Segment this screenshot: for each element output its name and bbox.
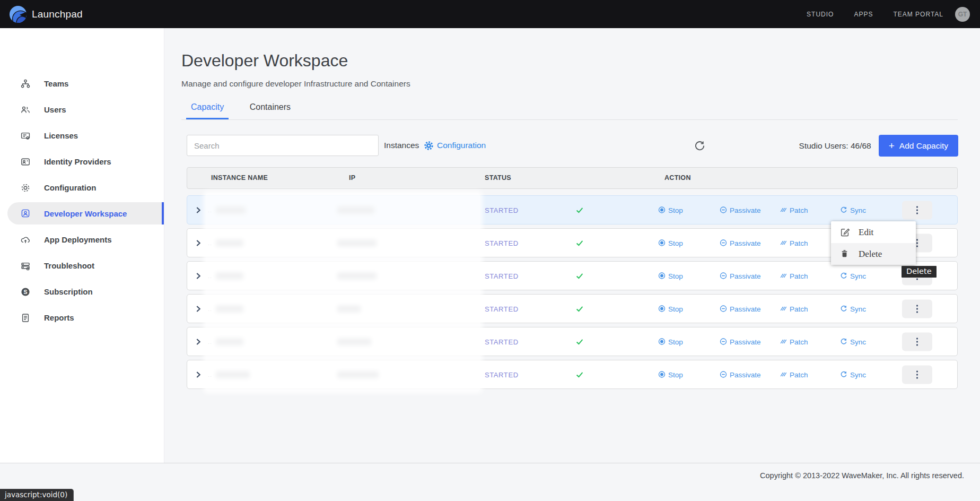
status-text: STARTED [485, 338, 519, 345]
row-menu-button[interactable] [902, 365, 932, 384]
row-menu-button[interactable] [902, 332, 932, 351]
page-title: Developer Workspace [181, 51, 348, 71]
table-row[interactable]: .. STARTED Stop Passivate Patch Sync [187, 195, 958, 224]
stop-action[interactable]: Stop [658, 370, 683, 378]
search-input[interactable] [187, 135, 379, 156]
passivate-action[interactable]: Passivate [720, 239, 761, 247]
table-row[interactable]: .. STARTED Stop Passivate Patch Sync [187, 261, 958, 290]
action-label: Patch [790, 338, 808, 345]
wavemaker-logo-icon [9, 5, 27, 23]
stop-action[interactable]: Stop [658, 305, 683, 313]
sidebar-item-developer-workspace[interactable]: Developer Workspace [7, 202, 164, 224]
brand[interactable]: Launchpad [9, 5, 83, 23]
redacted-instance-name [216, 371, 250, 378]
success-check-icon [575, 337, 584, 347]
nav-team-portal[interactable]: TEAM PORTAL [893, 11, 943, 18]
tab-capacity[interactable]: Capacity [186, 102, 229, 119]
patch-action[interactable]: Patch [780, 272, 808, 280]
table-row[interactable]: .. STARTED Stop Passivate Patch Sync [187, 360, 958, 389]
patch-action[interactable]: Patch [780, 305, 808, 313]
stop-action[interactable]: Stop [658, 272, 683, 280]
action-label: Passivate [730, 206, 761, 214]
action-label: Passivate [730, 370, 761, 378]
truncated-text: .. [208, 306, 212, 312]
sidebar-item-configuration[interactable]: Configuration [0, 175, 164, 201]
redacted-ip [337, 305, 361, 312]
status-text: STARTED [485, 239, 519, 247]
chevron-right-icon[interactable] [194, 370, 203, 379]
sidebar-item-reports[interactable]: Reports [0, 305, 164, 331]
status-text: STARTED [485, 305, 519, 313]
action-label: Stop [668, 338, 683, 345]
action-label: Sync [850, 272, 866, 280]
nav-studio[interactable]: STUDIO [807, 11, 834, 18]
patch-action[interactable]: Patch [780, 239, 808, 247]
sidebar-item-troubleshoot[interactable]: Troubleshoot [0, 253, 164, 279]
success-check-icon [575, 271, 584, 281]
table-row[interactable]: .. STARTED Stop Passivate Patch Sync [187, 327, 958, 356]
avatar[interactable]: GT [955, 7, 970, 22]
page-subtitle: Manage and configure developer Infrastru… [181, 79, 410, 89]
active-indicator [162, 202, 164, 224]
sync-action[interactable]: Sync [840, 272, 866, 280]
patch-action[interactable]: Patch [780, 338, 808, 345]
sidebar-item-users[interactable]: Users [0, 97, 164, 123]
troubleshoot-icon [20, 261, 31, 271]
stop-action[interactable]: Stop [658, 239, 683, 247]
action-label: Stop [668, 370, 683, 378]
sidebar-item-identity-providers[interactable]: Identity Providers [0, 149, 164, 175]
configuration-link[interactable]: Configuration [424, 135, 486, 156]
passivate-action[interactable]: Passivate [720, 305, 761, 313]
add-capacity-label: Add Capacity [899, 141, 948, 151]
stop-action[interactable]: Stop [658, 206, 683, 214]
sync-action[interactable]: Sync [840, 206, 866, 214]
passivate-action[interactable]: Passivate [720, 206, 761, 214]
licenses-icon [20, 131, 31, 141]
sidebar-item-label: Licenses [44, 131, 78, 140]
action-label: Passivate [730, 338, 761, 345]
action-label: Stop [668, 239, 683, 247]
nav-apps[interactable]: APPS [854, 11, 873, 18]
passivate-action[interactable]: Passivate [720, 338, 761, 345]
stop-action[interactable]: Stop [658, 338, 683, 345]
sidebar-item-teams[interactable]: Teams [0, 71, 164, 97]
refresh-icon[interactable] [693, 139, 706, 152]
sidebar-item-label: Reports [44, 313, 74, 322]
toolbar-right: Studio Users: 46/68 + Add Capacity [799, 135, 958, 157]
menu-item-delete[interactable]: Delete [831, 243, 916, 265]
redacted-instance-name [216, 206, 246, 213]
chevron-right-icon[interactable] [194, 304, 203, 314]
sidebar-item-licenses[interactable]: Licenses [0, 123, 164, 149]
menu-item-edit[interactable]: Edit [831, 221, 916, 243]
passivate-action[interactable]: Passivate [720, 370, 761, 378]
action-label: Patch [790, 272, 808, 280]
action-label: Sync [850, 370, 866, 378]
patch-action[interactable]: Patch [780, 206, 808, 214]
sidebar-item-app-deployments[interactable]: App Deployments [0, 227, 164, 253]
passivate-action[interactable]: Passivate [720, 272, 761, 280]
copyright-text: Copyright © 2013-2022 WaveMaker, Inc. Al… [0, 463, 980, 480]
redacted-instance-name [216, 305, 243, 312]
chevron-right-icon[interactable] [194, 337, 203, 347]
sync-action[interactable]: Sync [840, 338, 866, 345]
chevron-right-icon[interactable] [194, 271, 203, 281]
edit-pencil-icon [840, 227, 850, 237]
action-label: Stop [668, 305, 683, 313]
sidebar-item-label: Identity Providers [44, 157, 111, 166]
success-check-icon [575, 304, 584, 314]
tab-containers[interactable]: Containers [245, 102, 295, 118]
patch-action[interactable]: Patch [780, 370, 808, 378]
sidebar: Teams Users Licenses Identity Pr [0, 28, 164, 463]
chevron-right-icon[interactable] [194, 205, 203, 215]
sidebar-item-subscription[interactable]: S Subscription [0, 279, 164, 305]
sync-action[interactable]: Sync [840, 370, 866, 378]
sync-action[interactable]: Sync [840, 305, 866, 313]
action-label: Patch [790, 206, 808, 214]
table-row[interactable]: .. STARTED Stop Passivate Patch Sync [187, 294, 958, 323]
configuration-link-label: Configuration [437, 141, 486, 150]
add-capacity-button[interactable]: + Add Capacity [879, 135, 958, 157]
menu-item-label: Edit [859, 227, 873, 238]
chevron-right-icon[interactable] [194, 238, 203, 248]
row-menu-button[interactable] [902, 299, 932, 318]
row-menu-button[interactable] [902, 201, 932, 219]
